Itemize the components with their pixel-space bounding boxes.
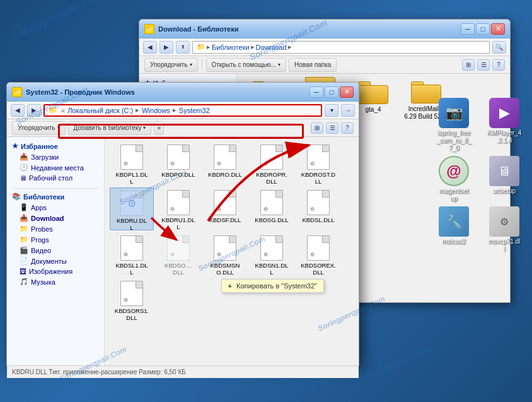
sidebar-item-docs[interactable]: 📄 Документы bbox=[7, 256, 104, 266]
system32-favorites-section: ★ Избранное 📥 Загрузки 🕐 Недавние места … bbox=[7, 141, 104, 183]
list-item[interactable]: ⚙ KBDSF.DLL bbox=[203, 187, 247, 230]
desktop-icons-area: 📷 ispring_free_cam_ru_8_7_0 ▶ KMPlayer_4… bbox=[431, 98, 527, 253]
file-label: gta_4 bbox=[365, 106, 381, 114]
watermark-1: Soringperqpair.Com bbox=[8, 0, 107, 44]
file-label: KBDRO.DLL bbox=[208, 171, 242, 178]
file-label: KBDSO....DLL bbox=[165, 262, 192, 276]
sidebar-item-images[interactable]: 🖼 Изображения bbox=[7, 266, 104, 276]
list-item[interactable]: ⚙ KBDSMSNO.DLL bbox=[203, 233, 247, 276]
system32-help-button[interactable]: ? bbox=[341, 122, 354, 134]
file-label: KBDROST.DLL bbox=[301, 171, 335, 186]
downloads-up-button[interactable]: ⬆ bbox=[176, 41, 190, 54]
downloads-forward-button[interactable]: ▶ bbox=[159, 41, 173, 54]
downloads-minimize-button[interactable]: ─ bbox=[461, 23, 475, 35]
system32-favorites-header: ★ Избранное bbox=[7, 141, 104, 151]
downloads-address-path[interactable]: 📁 ▸ Библиотеки ▸ Download ▸ bbox=[192, 41, 490, 54]
downloads-details-button[interactable]: ☰ bbox=[477, 59, 490, 71]
dll-icon: ⚙ bbox=[212, 235, 238, 261]
sidebar-item-download[interactable]: 📥 Download bbox=[7, 213, 104, 223]
sidebar-item-music[interactable]: 🎵 Музыка bbox=[7, 276, 104, 287]
file-label: KBDSL.DLL bbox=[302, 216, 334, 223]
progs-nav-icon: 📁 bbox=[20, 235, 28, 244]
sidebar-item-desktop[interactable]: 🖥 Рабочий стол bbox=[7, 173, 104, 183]
system32-path-system32[interactable]: System32 bbox=[179, 107, 210, 114]
downloads-open-with-button[interactable]: Открыть с помощью... ▾ bbox=[206, 58, 287, 72]
file-label: KBDSOREX.DLL bbox=[301, 262, 335, 276]
dll-icon: ⚙ bbox=[119, 191, 144, 216]
system32-libraries-section: 📚 Библиотеки 📱 Apps 📥 Download 📁 Probes bbox=[7, 191, 104, 287]
system32-address-bar: ◀ ▶ 📁 « Локальный диск (C:) ▸ Windows ▸ … bbox=[7, 102, 359, 119]
system32-dropdown-button[interactable]: ▾ bbox=[325, 104, 338, 117]
desktop-icon-urtsetup[interactable]: 🖥 urtsetup bbox=[482, 156, 527, 203]
dll-icon: ⚙ bbox=[212, 190, 238, 215]
dll-icon: ⚙ bbox=[306, 145, 331, 170]
system32-maximize-button[interactable]: □ bbox=[325, 86, 338, 98]
desktop: Soringperqpair.Com Soringperqpair.Com So… bbox=[0, 0, 532, 402]
dll-icon: ⚙ bbox=[119, 235, 144, 261]
downloads-maximize-button[interactable]: □ bbox=[476, 23, 490, 35]
file-label: KBDSG.DLL bbox=[255, 216, 288, 223]
list-item[interactable]: ⚙ KBDSG.DLL bbox=[250, 187, 294, 230]
system32-window-icon: 📁 bbox=[12, 87, 22, 97]
system32-minimize-button[interactable]: ─ bbox=[309, 86, 323, 98]
sidebar-item-recent[interactable]: 🕐 Недавние места bbox=[7, 162, 104, 173]
sidebar-item-progs[interactable]: 📁 Progs bbox=[7, 234, 104, 245]
system32-address-path[interactable]: 📁 « Локальный диск (C:) ▸ Windows ▸ Syst… bbox=[43, 104, 322, 117]
sidebar-item-загрузки[interactable]: 📥 Загрузки bbox=[7, 151, 104, 162]
list-item[interactable]: ⚙ KBDRO.DLL bbox=[203, 142, 247, 185]
downloads-window-icon: 📁 bbox=[144, 24, 154, 34]
system32-more-button[interactable]: » bbox=[154, 121, 164, 135]
desktop-icon-kmplayer[interactable]: ▶ KMPlayer_4.2.1.4 bbox=[482, 98, 527, 152]
system32-title-bar: 📁 System32 - Проводник Windows ─ □ ✕ bbox=[7, 83, 359, 102]
downloads-new-folder-button[interactable]: Новая папка bbox=[289, 58, 337, 72]
download-nav-icon: 📥 bbox=[20, 214, 28, 222]
downloads-search-button[interactable]: 🔍 bbox=[492, 41, 506, 54]
sidebar-item-video[interactable]: 🎬 Видео bbox=[7, 245, 104, 256]
desktop-icon-msicuu2[interactable]: 🔧 msicuu2 bbox=[431, 206, 477, 253]
list-item[interactable]: ⚙ KBDSL.DLL bbox=[296, 187, 340, 230]
downloads-organize-button[interactable]: Упорядочить ▾ bbox=[144, 58, 198, 72]
system32-organize-button[interactable]: Упорядочить ▾ bbox=[12, 121, 66, 135]
system32-add-library-button[interactable]: Добавить в библиотеку ▾ bbox=[68, 121, 152, 135]
system32-libraries-header: 📚 Библиотеки bbox=[7, 191, 104, 202]
file-label: KBDRU.DLL bbox=[117, 217, 147, 232]
system32-forward-button[interactable]: ▶ bbox=[27, 104, 41, 117]
system32-path-windows[interactable]: Windows bbox=[142, 107, 170, 114]
system32-close-button[interactable]: ✕ bbox=[340, 86, 354, 98]
list-item[interactable]: ⚙ KBDSOREX.DLL bbox=[296, 233, 340, 276]
downloads-path-download[interactable]: Download bbox=[256, 44, 287, 51]
list-item[interactable]: ⚙ KBDROST.DLL bbox=[296, 142, 340, 185]
downloads-path-libraries[interactable]: Библиотеки bbox=[212, 44, 250, 51]
downloads-back-button[interactable]: ◀ bbox=[143, 41, 157, 54]
video-nav-icon: 🎬 bbox=[20, 246, 28, 254]
list-item[interactable]: ⚙ KBDSORS1.DLL bbox=[110, 278, 154, 321]
sidebar-item-apps[interactable]: 📱 Apps bbox=[7, 202, 104, 213]
downloads-close-button[interactable]: ✕ bbox=[491, 23, 505, 35]
system32-path-c[interactable]: Локальный диск (C:) bbox=[67, 107, 133, 114]
system32-window-title: System32 - Проводник Windows bbox=[26, 88, 309, 96]
dll-icon: ⚙ bbox=[119, 145, 144, 170]
desktop-icon-ispring[interactable]: 📷 ispring_free_cam_ru_8_7_0 bbox=[431, 98, 477, 152]
system32-back-button[interactable]: ◀ bbox=[11, 104, 25, 117]
dll-icon: ⚙ bbox=[212, 145, 238, 170]
watermark-8: Soringperqpair.Com bbox=[361, 345, 430, 383]
downloads-help-button[interactable]: ? bbox=[492, 59, 505, 71]
system32-sidebar-divider-1 bbox=[12, 188, 99, 189]
system32-view-details-button[interactable]: ☰ bbox=[326, 122, 338, 134]
system32-content: ★ Избранное 📥 Загрузки 🕐 Недавние места … bbox=[7, 137, 359, 365]
desktop-nav-icon: 🖥 bbox=[20, 174, 26, 182]
list-item[interactable]: ⚙ KBDPO.DLL bbox=[156, 142, 200, 185]
sidebar-item-probes[interactable]: 📁 Probes bbox=[7, 223, 104, 234]
copy-tooltip: Копировать в "System32" bbox=[221, 279, 324, 293]
downloads-view-button[interactable]: ⊞ bbox=[462, 59, 475, 71]
system32-toolbar: Упорядочить ▾ Добавить в библиотеку ▾ » … bbox=[7, 119, 359, 137]
system32-go-button[interactable]: → bbox=[341, 104, 355, 117]
desktop-icon-magent[interactable]: @ magentsetup bbox=[431, 156, 477, 203]
list-item[interactable]: ⚙ KBDROPR.DLL bbox=[250, 142, 294, 185]
desktop-icon-msvcp71[interactable]: ⚙ msvcp71.dll bbox=[482, 206, 527, 253]
list-item[interactable]: ⚙ KBDSN1.DLL bbox=[250, 233, 294, 276]
list-item[interactable]: ⚙ KBDPL1.DLL bbox=[110, 142, 154, 185]
system32-status-bar: KBDRU.DLL Тип: приложение-расширение Раз… bbox=[7, 365, 359, 378]
system32-view-large-button[interactable]: ⊞ bbox=[311, 122, 323, 134]
file-label: KBDSMSNO.DLL bbox=[211, 262, 240, 276]
